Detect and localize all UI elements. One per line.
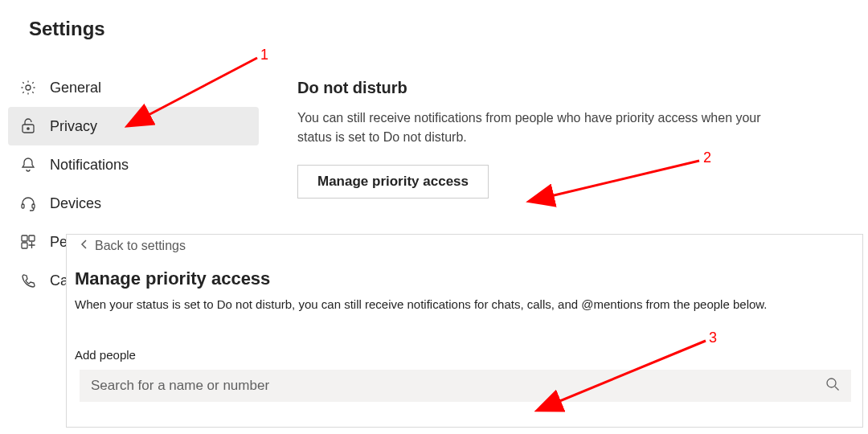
add-people-label: Add people [72, 348, 858, 362]
svg-point-8 [827, 379, 836, 387]
sidebar-item-label: Privacy [50, 118, 97, 135]
back-link-label: Back to settings [95, 239, 186, 253]
dnd-section-description: You can still receive notifications from… [297, 108, 772, 147]
svg-point-2 [27, 128, 29, 129]
back-to-settings-link[interactable]: Back to settings [80, 239, 186, 253]
headset-icon [19, 194, 37, 212]
svg-rect-5 [22, 235, 27, 241]
sidebar-item-privacy[interactable]: Privacy [8, 107, 259, 145]
manage-priority-access-panel: Manage priority access When your status … [66, 234, 863, 428]
svg-rect-6 [29, 235, 35, 241]
dnd-section-title: Do not disturb [297, 79, 828, 97]
bell-icon [19, 156, 37, 174]
manage-priority-access-button[interactable]: Manage priority access [297, 165, 489, 199]
annotation-2: 2 [703, 149, 711, 166]
gear-icon [19, 79, 37, 96]
sidebar-item-label: Devices [50, 195, 101, 212]
sidebar-item-label: Pe [50, 234, 68, 251]
sidebar-item-devices[interactable]: Devices [8, 184, 259, 223]
sidebar-item-label: Notifications [50, 157, 129, 174]
svg-rect-7 [22, 243, 27, 248]
svg-point-0 [26, 85, 31, 90]
overlay-title: Manage priority access [72, 264, 858, 297]
sidebar-item-general[interactable]: General [8, 68, 259, 107]
add-people-search[interactable] [80, 370, 851, 402]
apps-icon [19, 233, 37, 251]
chevron-left-icon [80, 239, 88, 253]
main-content: Do not disturb You can still receive not… [297, 79, 828, 199]
search-input[interactable] [91, 378, 817, 394]
lock-icon [19, 117, 37, 135]
annotation-3: 3 [709, 330, 717, 346]
page-title: Settings [0, 0, 868, 40]
sidebar-item-label: General [50, 80, 101, 96]
sidebar-item-notifications[interactable]: Notifications [8, 145, 259, 184]
overlay-description: When your status is set to Do not distur… [72, 297, 858, 311]
phone-icon [19, 272, 37, 289]
search-icon [825, 377, 840, 395]
annotation-1: 1 [260, 47, 268, 63]
